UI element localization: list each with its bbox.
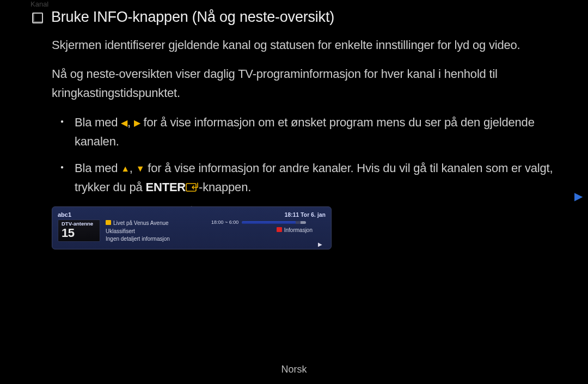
bullet-item-1: Bla med ◀, ▶ for å vise informasjon om e… [52,113,556,151]
bullet-list: Bla med ◀, ▶ for å vise informasjon om e… [52,113,556,197]
program-rating: Uklassifisert [106,228,170,236]
program-detail: Ingen detaljert informasjon [106,235,170,243]
time-range-label: 18:00 ~ 6:00 [211,220,238,225]
arrow-right-icon: ▶ [134,116,140,130]
panel-channel-name: abc1 [58,211,71,218]
body-text: Skjermen identifiserer gjeldende kanal o… [52,35,556,197]
example-info-panel: abc1 18:11 Tor 6. jan DTV-antenne 15 Liv… [52,206,332,249]
arrow-left-icon: ◀ [121,116,127,130]
paragraph-2: Nå og neste-oversikten viser daglig TV-p… [52,64,556,102]
program-column: Livet på Venus Avenue Uklassifisert Inge… [106,220,170,243]
info-hint-row: Informasjon [211,227,326,233]
section-label: Kanal [30,0,48,8]
bookmark-checkbox-icon [32,13,43,23]
channel-number-box: DTV-antenne 15 [58,220,100,242]
panel-main: DTV-antenne 15 Livet på Venus Avenue Ukl… [58,220,326,243]
bullet2-pre: Bla med [75,161,121,175]
progress-bar-end [301,221,306,224]
enter-label: ENTER [145,180,186,194]
bullet2-mid: , [130,161,136,175]
bullet1-pre: Bla med [75,115,121,129]
progress-bar [242,221,306,224]
arrow-up-icon: ▲ [121,162,130,176]
page-title: Bruke INFO-knappen (Nå og neste-oversikt… [51,9,334,26]
panel-arrow-right-icon: ▶ [318,241,322,247]
progress-bar-fill [242,221,296,224]
paragraph-1: Skjermen identifiserer gjeldende kanal o… [52,35,556,54]
bullet-item-2: Bla med ▲, ▼ for å vise informasjon for … [52,159,556,197]
example-panel-wrap: ▲ abc1 18:11 Tor 6. jan DTV-antenne 15 L… [52,206,332,249]
progress-row: 18:00 ~ 6:00 [211,220,326,225]
title-row: Bruke INFO-knappen (Nå og neste-oversikt… [32,9,556,26]
enter-icon [186,182,199,192]
program-title: Livet på Venus Avenue [106,220,170,228]
info-hint-label: Informasjon [284,227,313,233]
panel-right-column: 18:00 ~ 6:00 Informasjon [211,211,326,233]
bullet1-mid: , [127,115,134,129]
info-button-icon [277,227,282,232]
bullet1-post: for å vise informasjon om et ønsket prog… [75,115,535,148]
page-next-button[interactable]: ▶ [574,190,583,203]
bullet2-post2: -knappen. [199,180,251,194]
footer-language: Norsk [0,364,588,375]
arrow-down-icon: ▼ [136,162,145,176]
content-area: Bruke INFO-knappen (Nå og neste-oversikt… [32,9,556,249]
channel-number: 15 [62,227,96,239]
